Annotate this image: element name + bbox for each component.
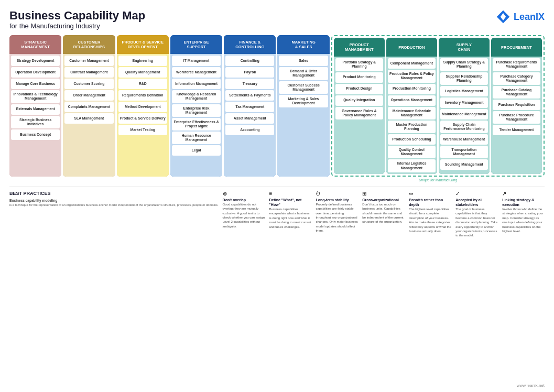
bp-accepted-text: The goal of business capabilities is tha… — [455, 207, 498, 238]
capability-map: STRATEGICMANAGEMENT Strategy Development… — [9, 35, 545, 177]
card-strategic-biz[interactable]: Strategic Business Initiatives — [11, 116, 60, 128]
bp-item-cross-org: ⊞ Cross-organizational Don't focus too m… — [362, 191, 405, 224]
card-complaints-mgmt[interactable]: Complaints Management — [64, 102, 113, 112]
bp-cross-org-text: Don't focus too much on business units. … — [362, 202, 405, 224]
card-production-scheduling[interactable]: Production Scheduling — [388, 134, 436, 145]
card-payroll[interactable]: Payroll — [225, 67, 274, 78]
card-governance-rules[interactable]: Governance Rules & Policy Management — [335, 107, 383, 119]
card-legal[interactable]: Legal — [172, 145, 221, 156]
card-purchase-proc[interactable]: Purchase Procedure Management — [493, 111, 540, 124]
col-header-finance: FINANCE &CONTROLLING — [224, 35, 276, 54]
bp-item-breadth: ⇔ Breadth rather than depth The highest-… — [409, 191, 451, 234]
card-it-mgmt[interactable]: IT Management — [172, 56, 221, 66]
card-purchase-catalog[interactable]: Purchase Catalog Management — [493, 86, 540, 99]
card-customer-success[interactable]: Customer Success Management — [279, 81, 328, 94]
card-market-testing[interactable]: Market Testing — [118, 125, 167, 135]
card-supply-chain-strategy[interactable]: Supply Chain Strategy & Planning — [440, 58, 488, 71]
card-quality-mgmt[interactable]: Quality Management — [118, 67, 167, 78]
bp-linking-text: Involve those who define the strategies … — [502, 207, 545, 233]
card-sla-mgmt[interactable]: SLA Management — [64, 113, 113, 124]
card-externals[interactable]: Externals Management — [11, 104, 60, 115]
column-strategic: STRATEGICMANAGEMENT Strategy Development… — [9, 35, 61, 177]
card-portfolio-strategy[interactable]: Portfolio Strategy & Planning — [335, 58, 383, 71]
card-customer-scoring[interactable]: Customer Scoring — [64, 79, 113, 89]
card-rd[interactable]: R&D — [118, 79, 167, 89]
bp-define-what-title: Define "What", not "How" — [269, 198, 312, 207]
card-accounting[interactable]: Accounting — [225, 125, 274, 135]
card-requirements-def[interactable]: Requirements Definition — [118, 90, 167, 101]
card-quality-integration[interactable]: Quality Integration — [335, 95, 383, 106]
bp-cross-org-icon: ⊞ — [362, 191, 405, 197]
card-purchase-cat[interactable]: Purchase Category Management — [493, 72, 540, 85]
card-operation-dev[interactable]: Operation Development — [11, 67, 60, 78]
card-customer-mgmt[interactable]: Customer Management — [64, 56, 113, 66]
bp-item-accepted: ✓ Accepted by all stakeholders The goal … — [455, 191, 498, 238]
card-enterprise-risk[interactable]: Enterprise Risk Management — [172, 104, 221, 117]
card-contract-mgmt[interactable]: Contract Management — [64, 67, 113, 78]
card-info-mgmt[interactable]: Information Management — [172, 79, 221, 89]
card-product-service-del[interactable]: Product & Service Delivery — [118, 113, 167, 124]
card-method-dev[interactable]: Method Development — [118, 102, 167, 112]
card-manage-core[interactable]: Manage Core Business — [11, 79, 60, 89]
card-strategy-dev[interactable]: Strategy Development — [11, 56, 60, 66]
card-purchase-req2[interactable]: Purchase Requisition — [493, 100, 540, 110]
card-business-concept[interactable]: Business Concept — [11, 129, 60, 140]
card-innovations[interactable]: Innovations & Technology Management — [11, 90, 60, 103]
card-logistics-mgmt[interactable]: Logistics Management — [440, 86, 488, 96]
card-purchase-req[interactable]: Purchase Requirements Management — [493, 58, 540, 71]
bp-modeling-title: Business capability modeling — [9, 199, 219, 203]
column-marketing: MARKETING& SALES Sales Demand & Offer Ma… — [277, 35, 329, 177]
card-warehouse-mgmt[interactable]: Warehouse Management — [440, 134, 488, 145]
card-hr-mgmt[interactable]: Human Resource Management — [172, 132, 221, 144]
bp-no-overlap-icon: ⊗ — [223, 191, 265, 197]
bp-no-overlap-title: Don't overlap — [223, 198, 265, 202]
card-production-monitoring[interactable]: Production Monitoring — [388, 84, 436, 94]
card-quality-control[interactable]: Quality Control Management — [388, 146, 436, 158]
col-header-customer: CUSTOMERRELATIONSHIPS — [63, 35, 115, 54]
card-marketing-sales-dev[interactable]: Marketing & Sales Development — [279, 95, 328, 107]
manufacturing-wrapper: PRODUCTMANAGEMENT Portfolio Strategy & P… — [331, 35, 545, 177]
card-sales[interactable]: Sales — [279, 56, 328, 66]
card-operations-mgmt[interactable]: Operations Management — [388, 95, 436, 106]
card-workforce-mgmt[interactable]: Workforce Management — [172, 67, 221, 78]
card-asset-mgmt[interactable]: Asset Management — [225, 113, 274, 124]
bp-accepted-title: Accepted by all stakeholders — [455, 198, 498, 207]
col-body-strategic: Strategy Development Operation Developme… — [9, 54, 61, 177]
card-knowledge-research[interactable]: Knowledge & Research Management — [172, 90, 221, 103]
column-supply: SUPPLYCHAIN Supply Chain Strategy & Plan… — [439, 38, 490, 174]
card-internal-logistics[interactable]: Internal Logistics Management — [388, 159, 436, 172]
card-product-monitoring[interactable]: Product Monitoring — [335, 72, 383, 83]
card-settlements[interactable]: Settlements & Payments — [225, 90, 274, 101]
col-header-supply: SUPPLYCHAIN — [439, 38, 490, 57]
card-controlling[interactable]: Controlling — [225, 56, 274, 66]
card-demand-offer[interactable]: Demand & Offer Management — [279, 67, 328, 80]
col-body-supply: Supply Chain Strategy & Planning Supplie… — [439, 57, 490, 174]
card-master-production[interactable]: Master Production Planning — [388, 121, 436, 133]
manufacturing-unique-label: Unique for Manufacturing — [419, 178, 457, 182]
column-finance: FINANCE &CONTROLLING Controlling Payroll… — [224, 35, 276, 177]
bp-accepted-icon: ✓ — [455, 191, 498, 197]
column-enterprise: ENTERPRISESUPPORT IT Management Workforc… — [170, 35, 222, 177]
card-production-rules[interactable]: Production Rules & Policy Management — [388, 70, 436, 82]
card-supplier-relationship[interactable]: Supplier Relationship Planning — [440, 72, 488, 85]
card-enterprise-effectiveness[interactable]: Enterprise Effectiveness & Project Mgmt — [172, 118, 221, 130]
card-order-mgmt[interactable]: Order Management — [64, 90, 113, 101]
bp-no-overlap-text: Good capabilities do not overlap; they a… — [223, 202, 265, 228]
card-sourcing-mgmt[interactable]: Sourcing Management — [440, 159, 488, 170]
card-transportation-mgmt[interactable]: Transportation Management — [440, 146, 488, 158]
card-component-mgmt[interactable]: Component Management — [388, 58, 436, 69]
card-tender-mgmt[interactable]: Tender Management — [493, 125, 540, 135]
card-supply-chain-perf[interactable]: Supply Chain Performance Monitoring — [440, 121, 488, 133]
card-maintenance-mgmt[interactable]: Maintenance Management — [440, 109, 488, 119]
bp-longterm-icon: ⏱ — [316, 191, 358, 197]
col-header-marketing: MARKETING& SALES — [277, 35, 329, 54]
card-treasury[interactable]: Treasury — [225, 79, 274, 89]
card-maintenance-schedule[interactable]: Maintenance Schedule Management — [388, 107, 436, 119]
card-inventory-mgmt[interactable]: Inventory Management — [440, 97, 488, 108]
card-engineering[interactable]: Engineering — [118, 56, 167, 66]
card-product-design[interactable]: Product Design — [335, 84, 383, 94]
leanix-logo-icon — [496, 9, 510, 24]
col-header-procurement: PROCUREMENT — [491, 38, 542, 57]
subtitle: for the Manufacturing Industry — [9, 22, 145, 30]
card-tax-mgmt[interactable]: Tax Management — [225, 102, 274, 112]
